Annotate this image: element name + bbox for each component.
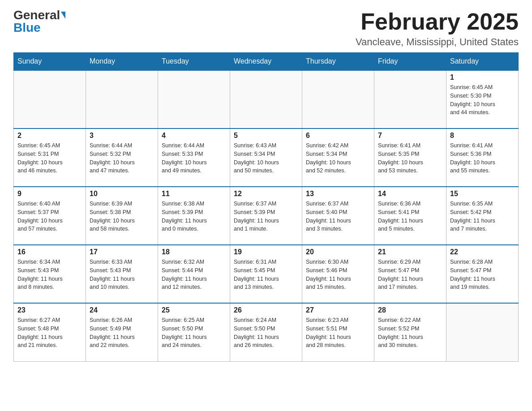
day-number: 7 [378, 132, 442, 140]
day-info: Sunrise: 6:34 AMSunset: 5:43 PMDaylight:… [17, 258, 82, 291]
day-number: 27 [306, 306, 370, 314]
weekday-header-tuesday: Tuesday [158, 53, 230, 71]
day-number: 16 [17, 248, 82, 256]
calendar-cell: 6Sunrise: 6:42 AMSunset: 5:34 PMDaylight… [302, 128, 374, 187]
day-info: Sunrise: 6:36 AMSunset: 5:41 PMDaylight:… [378, 200, 442, 233]
day-info: Sunrise: 6:24 AMSunset: 5:50 PMDaylight:… [234, 316, 298, 350]
day-number: 17 [90, 248, 154, 256]
calendar-cell: 25Sunrise: 6:25 AMSunset: 5:50 PMDayligh… [158, 303, 230, 361]
logo: General Blue [13, 9, 65, 34]
day-info: Sunrise: 6:27 AMSunset: 5:48 PMDaylight:… [17, 316, 82, 350]
calendar-cell: 11Sunrise: 6:38 AMSunset: 5:39 PMDayligh… [158, 187, 230, 245]
day-number: 18 [162, 248, 226, 256]
day-number: 14 [378, 190, 442, 198]
logo-general-text: General [13, 9, 60, 21]
day-number: 10 [90, 190, 154, 198]
day-number: 19 [234, 248, 298, 256]
day-info: Sunrise: 6:35 AMSunset: 5:42 PMDaylight:… [450, 200, 515, 233]
day-info: Sunrise: 6:32 AMSunset: 5:44 PMDaylight:… [162, 258, 226, 291]
calendar-cell [14, 70, 86, 128]
day-info: Sunrise: 6:45 AMSunset: 5:31 PMDaylight:… [17, 141, 82, 175]
calendar-cell: 2Sunrise: 6:45 AMSunset: 5:31 PMDaylight… [14, 128, 86, 187]
week-row-3: 9Sunrise: 6:40 AMSunset: 5:37 PMDaylight… [14, 187, 519, 245]
week-row-5: 23Sunrise: 6:27 AMSunset: 5:48 PMDayligh… [14, 303, 519, 361]
page-header: General Blue February 2025 Vancleave, Mi… [13, 9, 519, 48]
day-number: 1 [450, 73, 515, 81]
day-info: Sunrise: 6:22 AMSunset: 5:52 PMDaylight:… [378, 316, 442, 350]
day-info: Sunrise: 6:43 AMSunset: 5:34 PMDaylight:… [234, 141, 298, 175]
day-number: 20 [306, 248, 370, 256]
day-number: 21 [378, 248, 442, 256]
calendar-cell: 18Sunrise: 6:32 AMSunset: 5:44 PMDayligh… [158, 245, 230, 303]
day-info: Sunrise: 6:42 AMSunset: 5:34 PMDaylight:… [306, 141, 370, 175]
calendar-cell [302, 70, 374, 128]
calendar-cell: 10Sunrise: 6:39 AMSunset: 5:38 PMDayligh… [86, 187, 158, 245]
calendar-cell: 23Sunrise: 6:27 AMSunset: 5:48 PMDayligh… [14, 303, 86, 361]
day-info: Sunrise: 6:37 AMSunset: 5:40 PMDaylight:… [306, 200, 370, 233]
day-number: 6 [306, 132, 370, 140]
calendar-cell: 26Sunrise: 6:24 AMSunset: 5:50 PMDayligh… [230, 303, 302, 361]
calendar-cell: 7Sunrise: 6:41 AMSunset: 5:35 PMDaylight… [374, 128, 446, 187]
calendar-cell: 5Sunrise: 6:43 AMSunset: 5:34 PMDaylight… [230, 128, 302, 187]
calendar-cell: 15Sunrise: 6:35 AMSunset: 5:42 PMDayligh… [446, 187, 519, 245]
weekday-header-monday: Monday [86, 53, 158, 71]
day-info: Sunrise: 6:44 AMSunset: 5:32 PMDaylight:… [90, 141, 154, 175]
day-number: 15 [450, 190, 515, 198]
day-info: Sunrise: 6:41 AMSunset: 5:35 PMDaylight:… [378, 141, 442, 175]
day-number: 22 [450, 248, 515, 256]
calendar-cell: 27Sunrise: 6:23 AMSunset: 5:51 PMDayligh… [302, 303, 374, 361]
calendar-cell [374, 70, 446, 128]
day-number: 12 [234, 190, 298, 198]
day-number: 5 [234, 132, 298, 140]
calendar-cell: 8Sunrise: 6:41 AMSunset: 5:36 PMDaylight… [446, 128, 519, 187]
weekday-header-sunday: Sunday [14, 53, 86, 71]
calendar-cell [86, 70, 158, 128]
day-info: Sunrise: 6:29 AMSunset: 5:47 PMDaylight:… [378, 258, 442, 291]
calendar-cell: 16Sunrise: 6:34 AMSunset: 5:43 PMDayligh… [14, 245, 86, 303]
week-row-1: 1Sunrise: 6:45 AMSunset: 5:30 PMDaylight… [14, 70, 519, 128]
day-info: Sunrise: 6:33 AMSunset: 5:43 PMDaylight:… [90, 258, 154, 291]
day-info: Sunrise: 6:44 AMSunset: 5:33 PMDaylight:… [162, 141, 226, 175]
calendar-cell: 9Sunrise: 6:40 AMSunset: 5:37 PMDaylight… [14, 187, 86, 245]
logo-blue-text: Blue [13, 21, 41, 34]
day-info: Sunrise: 6:28 AMSunset: 5:47 PMDaylight:… [450, 258, 515, 291]
calendar-cell: 17Sunrise: 6:33 AMSunset: 5:43 PMDayligh… [86, 245, 158, 303]
calendar-cell: 21Sunrise: 6:29 AMSunset: 5:47 PMDayligh… [374, 245, 446, 303]
weekday-header-wednesday: Wednesday [230, 53, 302, 71]
calendar-cell: 4Sunrise: 6:44 AMSunset: 5:33 PMDaylight… [158, 128, 230, 187]
day-info: Sunrise: 6:31 AMSunset: 5:45 PMDaylight:… [234, 258, 298, 291]
calendar-cell: 20Sunrise: 6:30 AMSunset: 5:46 PMDayligh… [302, 245, 374, 303]
day-info: Sunrise: 6:41 AMSunset: 5:36 PMDaylight:… [450, 141, 515, 175]
calendar-cell: 1Sunrise: 6:45 AMSunset: 5:30 PMDaylight… [446, 70, 519, 128]
calendar-cell: 3Sunrise: 6:44 AMSunset: 5:32 PMDaylight… [86, 128, 158, 187]
calendar-cell: 14Sunrise: 6:36 AMSunset: 5:41 PMDayligh… [374, 187, 446, 245]
calendar-title: February 2025 [356, 9, 519, 34]
day-info: Sunrise: 6:45 AMSunset: 5:30 PMDaylight:… [450, 83, 515, 117]
day-info: Sunrise: 6:25 AMSunset: 5:50 PMDaylight:… [162, 316, 226, 350]
calendar-subtitle: Vancleave, Mississippi, United States [356, 36, 519, 48]
weekday-header-friday: Friday [374, 53, 446, 71]
day-number: 9 [17, 190, 82, 198]
weekday-header-saturday: Saturday [446, 53, 519, 71]
day-number: 24 [90, 306, 154, 314]
calendar-cell [158, 70, 230, 128]
week-row-2: 2Sunrise: 6:45 AMSunset: 5:31 PMDaylight… [14, 128, 519, 187]
day-info: Sunrise: 6:40 AMSunset: 5:37 PMDaylight:… [17, 200, 82, 233]
calendar-table: SundayMondayTuesdayWednesdayThursdayFrid… [13, 52, 519, 362]
day-number: 23 [17, 306, 82, 314]
weekday-header-thursday: Thursday [302, 53, 374, 71]
day-number: 3 [90, 132, 154, 140]
calendar-cell: 24Sunrise: 6:26 AMSunset: 5:49 PMDayligh… [86, 303, 158, 361]
day-info: Sunrise: 6:26 AMSunset: 5:49 PMDaylight:… [90, 316, 154, 350]
calendar-cell [230, 70, 302, 128]
calendar-cell: 12Sunrise: 6:37 AMSunset: 5:39 PMDayligh… [230, 187, 302, 245]
day-number: 8 [450, 132, 515, 140]
calendar-cell: 13Sunrise: 6:37 AMSunset: 5:40 PMDayligh… [302, 187, 374, 245]
day-number: 2 [17, 132, 82, 140]
day-number: 28 [378, 306, 442, 314]
calendar-cell: 19Sunrise: 6:31 AMSunset: 5:45 PMDayligh… [230, 245, 302, 303]
calendar-cell [446, 303, 519, 361]
day-number: 4 [162, 132, 226, 140]
day-info: Sunrise: 6:37 AMSunset: 5:39 PMDaylight:… [234, 200, 298, 233]
calendar-cell: 22Sunrise: 6:28 AMSunset: 5:47 PMDayligh… [446, 245, 519, 303]
